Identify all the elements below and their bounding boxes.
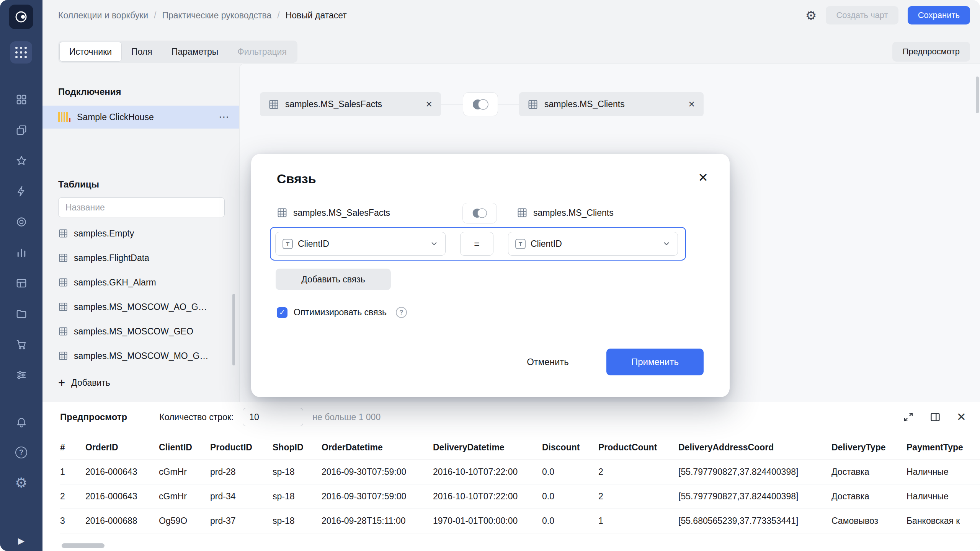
header-actions: ⚙ Создать чарт Сохранить	[805, 6, 970, 24]
join-type-button[interactable]	[462, 203, 497, 223]
connection-menu-icon[interactable]: ⋯	[219, 114, 229, 120]
right-field-select[interactable]: T ClientID	[508, 232, 678, 256]
remove-table-icon[interactable]: ✕	[426, 99, 433, 109]
settings-gear-icon[interactable]: ⚙	[0, 468, 42, 498]
field-type-text-icon: T	[283, 239, 293, 249]
row-count-label: Количество строк:	[159, 412, 234, 422]
tables-icon[interactable]	[0, 268, 42, 298]
venn-join-icon	[472, 207, 488, 219]
table-icon	[58, 253, 68, 263]
services-grid-button[interactable]	[10, 41, 32, 64]
table-list-item[interactable]: samples.MS_MOSCOW_GEO	[42, 319, 239, 344]
split-view-icon[interactable]	[930, 412, 941, 422]
connections-panel: Подключения Sample ClickHouse ⋯ Таблицы …	[42, 64, 239, 402]
folder-icon[interactable]	[0, 298, 42, 329]
table-list-item[interactable]: samples.MS_MOSCOW_AO_G…	[42, 295, 239, 319]
tab-sources[interactable]: Источники	[59, 42, 122, 62]
join-condition-row: T ClientID = T ClientID	[270, 227, 686, 261]
tab-filtering[interactable]: Фильтрация	[228, 42, 296, 62]
charts-icon[interactable]	[0, 237, 42, 268]
preview-actions: ✕	[903, 411, 966, 423]
horizontal-scrollbar[interactable]	[62, 543, 105, 548]
column-header: DeliveryDatetime	[433, 436, 542, 460]
workbooks-icon[interactable]	[0, 115, 42, 145]
table-node-salesfacts[interactable]: samples.MS_SalesFacts ✕	[260, 92, 441, 116]
help-question-icon[interactable]: ?	[0, 437, 42, 468]
expand-icon[interactable]	[903, 412, 914, 422]
table-list-item[interactable]: samples.FlightData	[42, 246, 239, 270]
preview-title: Предпросмотр	[60, 412, 127, 422]
preview-toggle-button[interactable]: Предпросмотр	[892, 42, 970, 62]
play-arrow-icon: ▶	[18, 536, 24, 546]
add-link-button[interactable]: Добавить связь	[276, 269, 391, 290]
cancel-button[interactable]: Отменить	[515, 349, 580, 375]
save-button[interactable]: Сохранить	[908, 6, 970, 24]
lightning-icon[interactable]	[0, 176, 42, 207]
tables-title: Таблицы	[58, 179, 99, 190]
table-icon	[58, 277, 68, 287]
breadcrumb-collections[interactable]: Коллекции и воркбуки	[58, 10, 148, 21]
join-modal: Связь ✕ samples.MS_SalesFacts samples.MS…	[251, 154, 730, 397]
operator-select[interactable]: =	[460, 232, 493, 256]
notifications-bell-icon[interactable]	[0, 406, 42, 437]
grid-dots-icon	[15, 47, 27, 58]
column-header: Discount	[542, 436, 598, 460]
dataset-settings-gear-icon[interactable]: ⚙	[805, 9, 817, 22]
optimize-row: ✓ Оптимизировать связь ?	[277, 307, 407, 318]
column-header: ProductCount	[598, 436, 678, 460]
row-count-hint: не больше 1 000	[312, 412, 381, 422]
close-preview-icon[interactable]: ✕	[957, 411, 966, 423]
preview-table: # OrderID ClientID ProductID ShopID Orde…	[60, 436, 980, 533]
left-field-select[interactable]: T ClientID	[275, 232, 446, 256]
connection-name: Sample ClickHouse	[77, 112, 154, 122]
datalens-app: ? ⚙ ▶ Коллекции и воркбуки / Практически…	[0, 0, 980, 551]
vertical-scrollbar[interactable]	[976, 77, 979, 113]
datalens-logo-icon	[14, 10, 28, 24]
table-list-item[interactable]: samples.Empty	[42, 221, 239, 246]
breadcrumb-guides[interactable]: Практические руководства	[162, 10, 271, 21]
optimize-label: Оптимизировать связь	[294, 307, 387, 318]
datalens-logo[interactable]	[9, 5, 33, 29]
modal-left-table: samples.MS_SalesFacts	[277, 207, 390, 218]
breadcrumb-separator: /	[277, 10, 279, 21]
remove-table-icon[interactable]: ✕	[688, 99, 695, 109]
column-header: DeliveryAddressCoord	[678, 436, 831, 460]
chevron-down-icon	[430, 240, 438, 248]
column-header: DeliveryType	[831, 436, 906, 460]
table-row: 1 2016-000643 cGmHr prd-28 sp-18 2016-09…	[60, 460, 980, 484]
optimize-checkbox[interactable]: ✓	[277, 307, 287, 318]
optimize-help-icon[interactable]: ?	[396, 307, 407, 318]
add-table-button[interactable]: + Добавить	[58, 373, 110, 393]
table-icon	[528, 99, 538, 110]
table-search-input[interactable]	[58, 197, 225, 217]
table-list-item[interactable]: samples.MS_MOSCOW_MO_G…	[42, 344, 239, 368]
collapse-sidebar-button[interactable]: ▶	[0, 533, 42, 549]
table-header-row: # OrderID ClientID ProductID ShopID Orde…	[60, 436, 980, 460]
cart-icon[interactable]	[0, 329, 42, 360]
breadcrumb: Коллекции и воркбуки / Практические руко…	[58, 10, 347, 21]
tab-fields[interactable]: Поля	[122, 42, 162, 62]
join-icon-button[interactable]	[463, 92, 498, 116]
create-chart-button[interactable]: Создать чарт	[826, 6, 898, 24]
row-count-input[interactable]	[243, 408, 303, 426]
table-list-item[interactable]: samples.GKH_Alarm	[42, 270, 239, 295]
column-header: ProductID	[210, 436, 273, 460]
tab-parameters[interactable]: Параметры	[162, 42, 228, 62]
tabbar: Источники Поля Параметры Фильтрация Пред…	[42, 40, 980, 64]
column-header: OrderDatetime	[322, 436, 433, 460]
connection-item-sample-clickhouse[interactable]: Sample ClickHouse ⋯	[42, 106, 239, 129]
preview-panel: Предпросмотр Количество строк: не больше…	[42, 402, 980, 551]
favorites-star-icon[interactable]	[0, 145, 42, 176]
venn-join-icon	[472, 98, 489, 111]
table-icon	[277, 207, 287, 218]
table-row: 2 2016-000643 cGmHr prd-34 sp-18 2016-09…	[60, 484, 980, 509]
table-node-clients[interactable]: samples.MS_Clients ✕	[519, 92, 704, 116]
apply-button[interactable]: Применить	[606, 349, 704, 375]
collections-icon[interactable]	[0, 84, 42, 115]
modal-close-icon[interactable]: ✕	[698, 171, 708, 184]
column-header: ShopID	[273, 436, 322, 460]
column-header: OrderID	[85, 436, 159, 460]
sliders-icon[interactable]	[0, 360, 42, 390]
rings-target-icon[interactable]	[0, 207, 42, 237]
table-list-scrollbar[interactable]	[232, 294, 235, 365]
